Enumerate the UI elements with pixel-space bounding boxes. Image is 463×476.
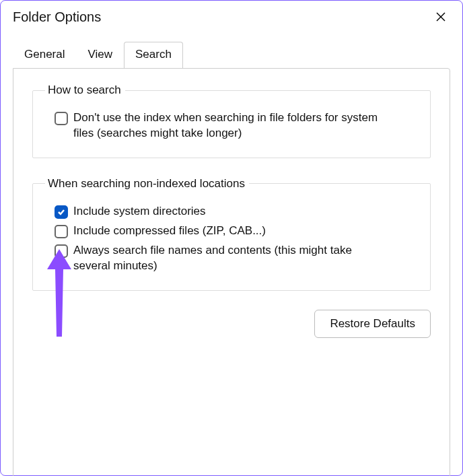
option-always-search-contents: Always search file names and contents (t… [55, 243, 418, 274]
tab-search[interactable]: Search [124, 42, 183, 69]
search-tab-panel: How to search Don't use the index when s… [13, 68, 450, 476]
label-dont-use-index: Don't use the index when searching in fi… [73, 110, 390, 141]
tab-general[interactable]: General [13, 42, 76, 69]
label-always-search-contents: Always search file names and contents (t… [73, 243, 390, 274]
group-how-to-search: How to search Don't use the index when s… [32, 83, 431, 158]
folder-options-window: Folder Options General View Search How t… [0, 0, 463, 476]
group-non-indexed: When searching non-indexed locations Inc… [32, 177, 431, 291]
restore-row: Restore Defaults [32, 310, 431, 338]
close-icon [435, 11, 446, 22]
checkbox-include-system-dirs[interactable] [55, 205, 68, 219]
tab-bar: General View Search [1, 41, 462, 68]
checkbox-include-compressed[interactable] [55, 225, 68, 238]
titlebar: Folder Options [1, 1, 462, 30]
label-include-system-dirs: Include system directories [73, 204, 206, 219]
label-include-compressed: Include compressed files (ZIP, CAB...) [73, 224, 266, 239]
checkbox-always-search-contents[interactable] [55, 244, 68, 258]
restore-defaults-button[interactable]: Restore Defaults [314, 310, 431, 338]
window-title: Folder Options [13, 9, 101, 25]
checkbox-dont-use-index[interactable] [55, 112, 68, 125]
option-include-compressed: Include compressed files (ZIP, CAB...) [55, 224, 418, 239]
close-button[interactable] [431, 7, 450, 26]
tab-view[interactable]: View [76, 42, 124, 69]
option-dont-use-index: Don't use the index when searching in fi… [55, 110, 418, 141]
option-include-system-dirs: Include system directories [55, 204, 418, 219]
group-how-to-search-legend: How to search [45, 83, 125, 97]
group-non-indexed-legend: When searching non-indexed locations [45, 177, 249, 191]
